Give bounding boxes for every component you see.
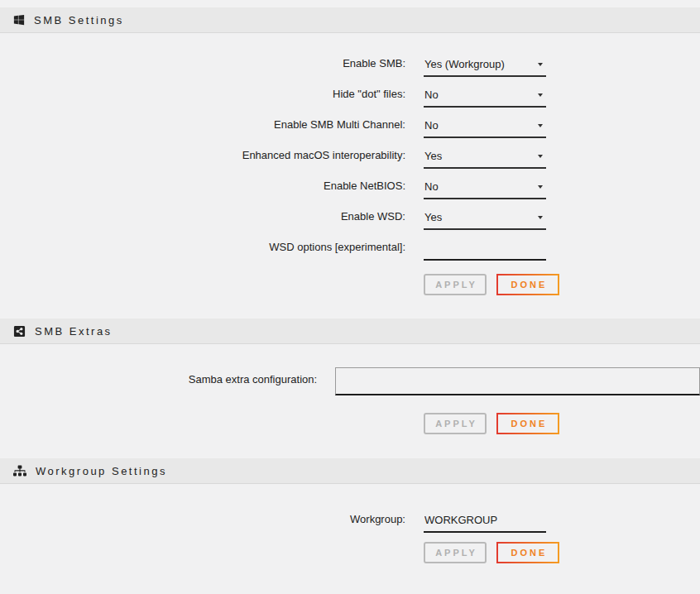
sitemap-icon [13, 465, 26, 477]
enable-netbios-select[interactable]: No [424, 177, 546, 199]
enhanced-macos-interoperability-select[interactable]: Yes [424, 146, 546, 169]
enhanced-macos-interoperability-label: Enhanced macOS interoperability: [0, 149, 405, 169]
samba-extra-configuration-label: Samba extra configuration: [0, 367, 317, 386]
section-header-smb-settings: SMB Settings [0, 7, 700, 33]
form-row-enable-smb: Enable SMB:Yes (Workgroup) [0, 51, 700, 77]
done-button-workgroup-settings[interactable]: DONE [496, 542, 559, 563]
button-row-workgroup-settings: APPLYDONE [0, 542, 700, 563]
form-row-enable-smb-multi-channel: Enable SMB Multi Channel:No [0, 113, 700, 138]
settings-page: SMB SettingsEnable SMB:Yes (Workgroup)Hi… [0, 0, 700, 573]
samba-extra-configuration-textarea[interactable] [335, 367, 700, 395]
section-smb-extras: SMB ExtrasSamba extra configuration:APPL… [0, 319, 700, 458]
button-row-smb-settings: APPLYDONE [0, 274, 700, 295]
wsd-options-input[interactable] [424, 238, 546, 261]
section-title-smb-settings: SMB Settings [34, 14, 124, 26]
done-button-smb-extras[interactable]: DONE [496, 413, 559, 434]
section-title-workgroup-settings: Workgroup Settings [36, 465, 167, 477]
form-row-wsd-options: WSD options [experimental]: [0, 235, 700, 261]
enable-netbios-label: Enable NetBIOS: [0, 180, 405, 199]
enable-smb-select[interactable]: Yes (Workgroup) [424, 55, 546, 77]
enable-wsd-select-wrap: Yes [424, 208, 546, 230]
share-alt-square-icon [13, 325, 26, 338]
section-body-workgroup-settings: Workgroup:APPLYDONE [0, 484, 700, 573]
enable-smb-select-wrap: Yes (Workgroup) [424, 55, 546, 77]
workgroup-input[interactable] [424, 510, 546, 533]
section-workgroup-settings: Workgroup SettingsWorkgroup:APPLYDONE [0, 458, 700, 573]
enable-smb-multi-channel-select[interactable]: No [424, 116, 546, 138]
form-row-samba-extra-configuration: Samba extra configuration: [0, 367, 700, 395]
done-button-smb-settings[interactable]: DONE [496, 274, 559, 295]
apply-button-smb-extras[interactable]: APPLY [424, 413, 487, 434]
enable-smb-multi-channel-select-wrap: No [424, 116, 546, 138]
windows-icon [13, 14, 25, 26]
button-row-smb-extras: APPLYDONE [0, 413, 700, 434]
section-body-smb-settings: Enable SMB:Yes (Workgroup)Hide "dot" fil… [0, 33, 700, 319]
section-header-smb-extras: SMB Extras [0, 319, 700, 344]
enhanced-macos-interoperability-select-wrap: Yes [424, 146, 546, 169]
wsd-options-label: WSD options [experimental]: [0, 241, 405, 261]
workgroup-label: Workgroup: [0, 513, 405, 533]
hide-dot-files-select[interactable]: No [424, 85, 546, 108]
enable-smb-multi-channel-label: Enable SMB Multi Channel: [0, 118, 405, 138]
enable-wsd-label: Enable WSD: [0, 210, 405, 230]
section-title-smb-extras: SMB Extras [35, 325, 113, 338]
hide-dot-files-select-wrap: No [424, 85, 546, 108]
apply-button-smb-settings[interactable]: APPLY [424, 274, 487, 295]
form-row-hide-dot-files: Hide "dot" files:No [0, 82, 700, 108]
apply-button-workgroup-settings[interactable]: APPLY [424, 542, 487, 563]
enable-smb-label: Enable SMB: [0, 57, 405, 77]
section-header-workgroup-settings: Workgroup Settings [0, 458, 700, 484]
form-row-enhanced-macos-interoperability: Enhanced macOS interoperability:Yes [0, 143, 700, 169]
form-row-workgroup: Workgroup: [0, 507, 700, 533]
section-smb-settings: SMB SettingsEnable SMB:Yes (Workgroup)Hi… [0, 7, 700, 319]
section-body-smb-extras: Samba extra configuration:APPLYDONE [0, 344, 700, 458]
form-row-enable-wsd: Enable WSD:Yes [0, 204, 700, 230]
enable-netbios-select-wrap: No [424, 177, 546, 199]
form-row-enable-netbios: Enable NetBIOS:No [0, 174, 700, 199]
enable-wsd-select[interactable]: Yes [424, 208, 546, 230]
hide-dot-files-label: Hide "dot" files: [0, 88, 405, 108]
